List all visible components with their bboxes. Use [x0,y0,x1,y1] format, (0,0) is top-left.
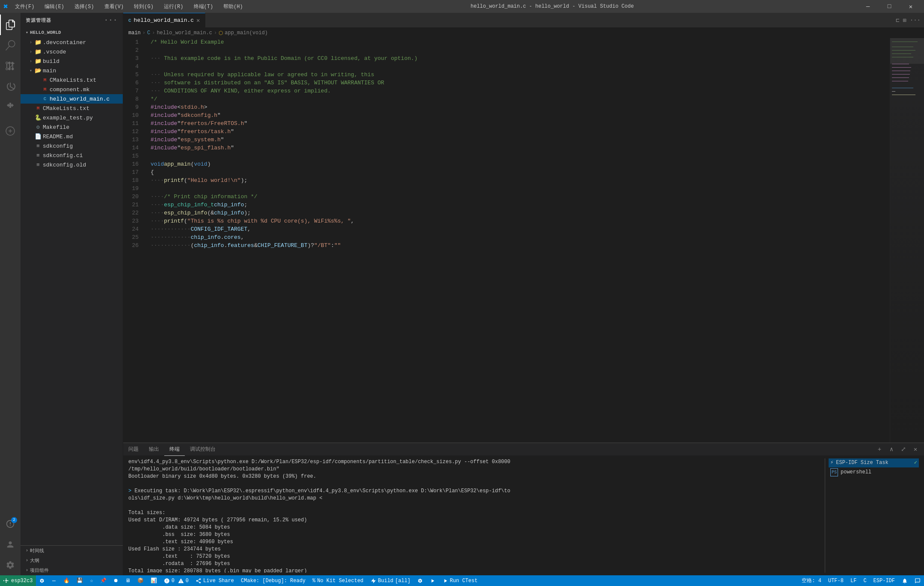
menu-file[interactable]: 文件(F) [12,2,38,11]
status-tool-1[interactable] [48,575,60,586]
status-spaces[interactable]: 空格: 4 [798,575,825,586]
search-activity-icon[interactable] [0,35,21,56]
status-encoding[interactable]: UTF-8 [825,575,847,586]
tree-item-sdkconfig[interactable]: ≡ sdkconfig [21,141,123,151]
tree-item-main[interactable]: ▾ 📂 main [21,66,123,75]
line-num-18: 18 [125,176,139,184]
menu-edit[interactable]: 编辑(E) [41,2,68,11]
tree-item-readme[interactable]: 📄 README.md [21,132,123,141]
breadcrumb-c[interactable]: C [147,30,150,36]
status-feedback[interactable] [911,575,924,586]
tree-item-hello-world-main[interactable]: C hello_world_main.c [21,94,123,104]
tree-item-vscode[interactable]: › 📁 .vscode [21,47,123,57]
esp-idf-activity-icon[interactable] [0,121,21,141]
panel-maximize-button[interactable]: ⤢ [898,444,909,455]
code-content[interactable]: /* Hello World Example ··· This example … [144,38,890,443]
status-errors-warnings[interactable]: 0 0 [160,575,192,586]
editor-layout-icon[interactable]: ⊞ [903,17,906,24]
menu-help[interactable]: 帮助(H) [220,2,246,11]
status-box[interactable]: 📦 [134,575,147,586]
status-esp32c3[interactable]: esp32c3 [0,575,36,586]
status-eol[interactable]: LF [847,575,860,586]
tree-item-sdkconfig-old[interactable]: ≡ sdkconfig.old [21,160,123,170]
main-layout: 2 资源管理器 ··· ▾ HELLO_WORLD › [0,13,924,575]
source-control-activity-icon[interactable] [0,56,21,76]
svg-rect-7 [892,67,911,68]
project-components-section[interactable]: › 项目组件 [21,565,123,575]
panel-close-button[interactable]: ✕ [910,444,921,455]
line-num-17: 17 [125,168,139,176]
tab-hello-world-main[interactable]: C hello_world_main.c ✕ [123,13,205,28]
tab-problems[interactable]: 问题 [123,443,144,456]
title-bar-controls: — □ ✕ [858,0,921,13]
tree-item-cmakelists-root[interactable]: M CMakeLists.txt [21,104,123,113]
maximize-button[interactable]: □ [880,0,899,13]
section-label: 项目组件 [30,567,49,574]
tree-item-sdkconfig-ci[interactable]: ≡ sdkconfig.ci [21,151,123,160]
close-button[interactable]: ✕ [901,0,921,13]
tree-item-example-test[interactable]: 🐍 example_test.py [21,113,123,122]
minimize-button[interactable]: — [858,0,878,13]
status-chart[interactable]: 📊 [147,575,160,586]
outline-section[interactable]: › 大纲 [21,556,123,565]
status-monitor[interactable]: 🖥 [122,575,134,586]
status-esp-idf[interactable]: ESP-IDF [870,575,898,586]
tab-debug-console[interactable]: 调试控制台 [185,443,221,456]
extensions-activity-icon[interactable] [0,97,21,117]
status-no-kit[interactable]: % No Kit Selected [309,575,367,586]
remote-activity-icon[interactable]: 2 [0,514,21,534]
status-language[interactable]: C [860,575,870,586]
tree-item-cmakelists-main[interactable]: M CMakeLists.txt [21,75,123,85]
breadcrumb-file[interactable]: hello_world_main.c [157,30,212,36]
tree-item-devcontainer[interactable]: › 📁 .devcontainer [21,38,123,47]
add-terminal-button[interactable]: + [874,444,885,455]
timeline-section[interactable]: › 时间线 [21,546,123,556]
code-area: 1 2 3 4 5 6 7 8 9 10 11 12 13 14 15 16 1… [123,38,924,443]
sidebar-more-button[interactable]: ··· [104,16,118,24]
terminal-line: Used Flash size : 234744 bytes [128,546,820,553]
menu-select[interactable]: 选择(S) [71,2,98,11]
status-run-ctest[interactable]: Run CTest [439,575,481,586]
split-editor-icon[interactable]: ⊏ [896,17,899,24]
readme-icon: 📄 [34,133,42,140]
status-play[interactable] [426,575,439,586]
root-folder[interactable]: ▾ HELLO_WORLD [21,27,123,38]
line-num-6: 6 [125,79,139,87]
status-cmake[interactable]: CMake: [Debug]: Ready [237,575,309,586]
explorer-activity-icon[interactable] [0,15,21,35]
code-line-20: ····/* Print chip information */ [151,193,890,201]
status-bell[interactable] [898,575,911,586]
status-settings-1[interactable] [36,575,48,586]
tab-output[interactable]: 输出 [144,443,164,456]
breadcrumb-symbol-icon: ⬡ [219,30,223,36]
menu-goto[interactable]: 转到(G) [130,2,157,11]
status-pin[interactable]: 📌 [97,575,110,586]
tab-close-button[interactable]: ✕ [196,17,200,24]
tree-item-component-mk[interactable]: M component.mk [21,85,123,94]
menu-view[interactable]: 查看(V) [101,2,127,11]
tree-item-makefile[interactable]: ⚙ Makefile [21,122,123,132]
settings-activity-icon[interactable] [0,555,21,575]
tree-item-build[interactable]: › 📁 build [21,57,123,66]
accounts-activity-icon[interactable] [0,534,21,555]
menu-terminal[interactable]: 终端(T) [190,2,217,11]
breadcrumb-main[interactable]: main [128,30,141,36]
terminal-powershell[interactable]: PS powershell [829,467,919,477]
line-num-14: 14 [125,144,139,152]
menu-run[interactable]: 运行(R) [160,2,187,11]
status-record[interactable]: ⏺ [110,575,122,586]
terminal-output[interactable]: env\idf4.4_py3.8_env\Scripts\python.exe … [128,458,820,573]
tab-terminal[interactable]: 终端 [164,443,185,456]
breadcrumb-symbol[interactable]: app_main(void) [225,30,268,36]
more-actions-icon[interactable]: ··· [910,17,921,24]
status-build[interactable]: Build [all] [367,575,414,586]
status-settings-2[interactable] [414,575,426,586]
status-chip[interactable]: 💾 [73,575,86,586]
status-live-share[interactable]: Live Share [192,575,237,586]
svg-rect-12 [892,88,913,88]
status-fire[interactable]: 🔥 [60,575,73,586]
terminal-task-esp-idf[interactable]: ⚡ ESP-IDF Size Task ✓ [829,458,919,467]
run-debug-activity-icon[interactable] [0,76,21,97]
status-star[interactable]: ☆ [86,575,96,586]
panel-collapse-button[interactable]: ∧ [886,444,897,455]
